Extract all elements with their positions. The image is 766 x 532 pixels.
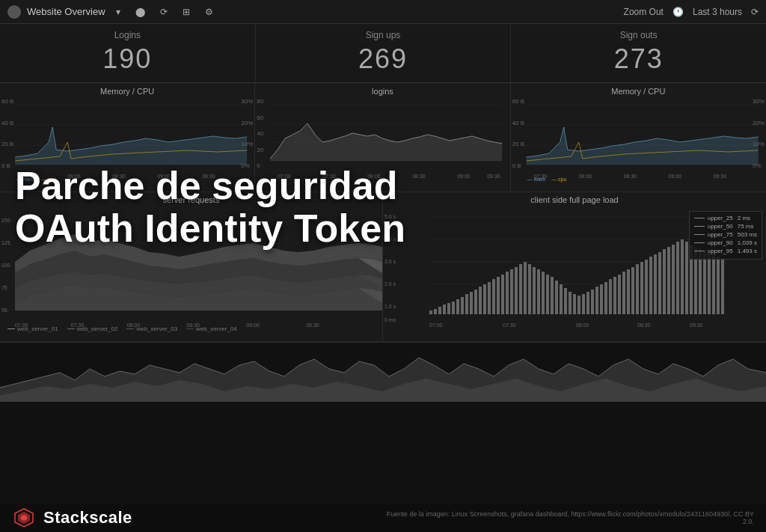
svg-text:100: 100 bbox=[1, 263, 10, 268]
chart-svg-1: 07:30 08:00 08:30 09:00 09:30 bbox=[0, 97, 254, 180]
zoom-out-btn[interactable]: Zoom Out bbox=[624, 7, 664, 17]
footer-bar: Stackscale Fuente de la imagen: Linux Sc… bbox=[0, 504, 766, 532]
svg-text:3.0 s: 3.0 s bbox=[384, 259, 396, 264]
svg-rect-97 bbox=[586, 292, 589, 314]
svg-rect-106 bbox=[627, 269, 630, 314]
server-requests-legend: web_server_01 web_server_02 web_server_0… bbox=[7, 325, 237, 332]
chart-memory-cpu-left: Memory / CPU 60 B 40 B 20 B 0 B 30% 20% … bbox=[0, 83, 255, 192]
svg-rect-90 bbox=[555, 281, 558, 314]
svg-text:09:30: 09:30 bbox=[690, 322, 703, 328]
svg-text:150: 150 bbox=[1, 218, 10, 223]
svg-rect-127 bbox=[721, 258, 724, 314]
svg-marker-14 bbox=[270, 123, 502, 161]
chart-memory-cpu-left-title: Memory / CPU bbox=[0, 83, 254, 97]
chart-server-requests: server requests 150 125 100 75 50 07:00 … bbox=[0, 192, 383, 341]
svg-text:07:00: 07:00 bbox=[278, 174, 291, 179]
svg-rect-108 bbox=[636, 264, 639, 314]
svg-rect-119 bbox=[685, 242, 688, 314]
svg-rect-123 bbox=[703, 251, 706, 314]
svg-text:08:00: 08:00 bbox=[67, 174, 81, 179]
chart-logins-title: logins bbox=[255, 83, 509, 97]
svg-rect-81 bbox=[515, 267, 518, 314]
refresh-btn[interactable]: ⟳ bbox=[751, 7, 759, 17]
svg-rect-80 bbox=[510, 269, 513, 314]
svg-rect-68 bbox=[456, 299, 459, 314]
footer-logo: Stackscale bbox=[12, 506, 132, 530]
svg-rect-118 bbox=[681, 239, 684, 314]
topbar-action-2[interactable]: ⟳ bbox=[156, 5, 172, 19]
y-labels-right-chart: 60 B 40 B 20 B 0 B bbox=[512, 98, 524, 169]
stat-logins: Logins 190 bbox=[0, 24, 256, 82]
svg-rect-100 bbox=[600, 284, 603, 314]
svg-rect-113 bbox=[658, 252, 661, 314]
svg-rect-111 bbox=[649, 257, 652, 314]
svg-rect-110 bbox=[645, 260, 648, 314]
app-icon bbox=[7, 5, 21, 19]
charts-bottom-grid: server requests 150 125 100 75 50 07:00 … bbox=[0, 192, 766, 342]
sparkline-footer bbox=[0, 342, 766, 402]
svg-rect-107 bbox=[631, 267, 634, 314]
svg-rect-74 bbox=[483, 284, 486, 314]
svg-rect-66 bbox=[447, 303, 450, 314]
svg-text:09:30: 09:30 bbox=[306, 322, 319, 328]
svg-rect-63 bbox=[434, 309, 437, 314]
svg-text:08:30: 08:30 bbox=[637, 322, 651, 328]
svg-rect-104 bbox=[618, 275, 621, 314]
svg-text:125: 125 bbox=[1, 240, 10, 245]
svg-rect-94 bbox=[573, 294, 576, 314]
svg-text:4.0 s: 4.0 s bbox=[384, 236, 396, 242]
svg-rect-64 bbox=[438, 307, 441, 314]
stat-signouts: Sign outs 273 bbox=[511, 24, 766, 82]
svg-rect-87 bbox=[542, 272, 545, 314]
dashboard-title: Website Overview bbox=[27, 6, 105, 17]
svg-text:09:00: 09:00 bbox=[157, 174, 171, 179]
svg-text:09:00: 09:00 bbox=[668, 174, 681, 179]
svg-text:1.0 s: 1.0 s bbox=[384, 304, 396, 309]
topbar-menu-btn[interactable]: ▾ bbox=[111, 5, 125, 19]
svg-rect-65 bbox=[443, 305, 446, 314]
svg-rect-82 bbox=[519, 264, 522, 314]
svg-text:09:30: 09:30 bbox=[713, 174, 726, 179]
svg-rect-101 bbox=[604, 282, 607, 314]
svg-text:09:30: 09:30 bbox=[202, 174, 215, 179]
sparkline-svg bbox=[0, 343, 766, 402]
chart-server-requests-title: server requests bbox=[0, 192, 382, 206]
svg-rect-93 bbox=[569, 292, 572, 314]
svg-text:07:30: 07:30 bbox=[322, 174, 336, 179]
svg-rect-69 bbox=[461, 297, 464, 314]
chart-svg-2: 07:00 07:30 08:00 08:30 09:00 09:30 bbox=[255, 97, 509, 180]
svg-text:08:00: 08:00 bbox=[367, 174, 381, 179]
svg-rect-117 bbox=[676, 242, 679, 314]
stat-logins-label: Logins bbox=[114, 30, 141, 40]
topbar-action-3[interactable]: ⊞ bbox=[178, 5, 194, 19]
svg-rect-75 bbox=[488, 282, 491, 314]
topbar-left: Website Overview ▾ ⬤ ⟳ ⊞ ⚙ bbox=[7, 5, 218, 19]
svg-text:09:30: 09:30 bbox=[487, 174, 500, 179]
svg-rect-112 bbox=[654, 254, 657, 314]
charts-top-grid: Memory / CPU 60 B 40 B 20 B 0 B 30% 20% … bbox=[0, 83, 766, 192]
topbar-action-1[interactable]: ⬤ bbox=[131, 5, 150, 19]
svg-rect-98 bbox=[591, 290, 594, 314]
chart-page-load-title: client side full page load bbox=[383, 192, 766, 206]
svg-text:08:30: 08:30 bbox=[412, 174, 426, 179]
stackscale-logo-icon bbox=[12, 506, 36, 530]
topbar-action-4[interactable]: ⚙ bbox=[200, 5, 218, 19]
y-labels-left-1: 60 B 40 B 20 B 0 B bbox=[1, 98, 13, 169]
svg-text:08:30: 08:30 bbox=[623, 174, 637, 179]
svg-rect-99 bbox=[595, 287, 598, 314]
svg-rect-92 bbox=[564, 288, 567, 314]
topbar-right: Zoom Out 🕐 Last 3 hours ⟳ bbox=[624, 7, 759, 17]
svg-rect-79 bbox=[506, 272, 509, 314]
svg-rect-86 bbox=[537, 269, 540, 314]
time-range[interactable]: Last 3 hours bbox=[693, 7, 742, 17]
svg-rect-84 bbox=[528, 264, 531, 314]
svg-rect-114 bbox=[663, 249, 666, 314]
svg-rect-73 bbox=[479, 287, 482, 314]
svg-text:09:00: 09:00 bbox=[246, 322, 260, 328]
svg-rect-85 bbox=[533, 267, 536, 314]
svg-rect-76 bbox=[492, 279, 495, 314]
footer-credit: Fuente de la imagen: Linux Screenshots, … bbox=[380, 510, 754, 525]
y-labels-right-1: 30% 20% 10% 0% bbox=[241, 98, 253, 169]
stat-logins-value: 190 bbox=[102, 43, 152, 75]
clock-icon: 🕐 bbox=[672, 7, 684, 17]
